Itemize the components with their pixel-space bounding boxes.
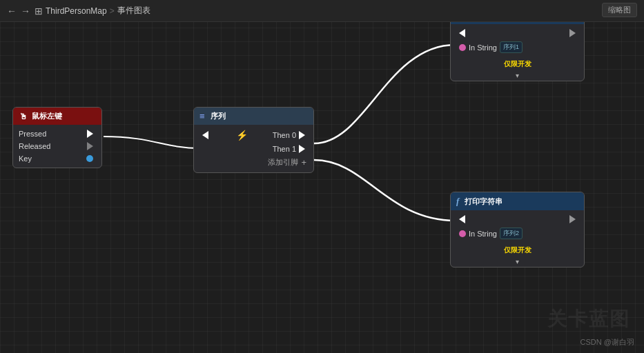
- print2-warning-bar: 仅限开发: [451, 244, 584, 256]
- print2-instring-pin[interactable]: [459, 230, 466, 237]
- print2-warning-text: 仅限开发: [504, 245, 531, 255]
- print1-instring-pin[interactable]: [459, 44, 466, 51]
- minimap-button[interactable]: 缩略图: [602, 3, 637, 17]
- node-print2-header: f 打印字符串: [451, 192, 584, 210]
- print1-warning-bar: 仅限开发: [451, 58, 584, 70]
- csdn-label: CSDN @谢白羽: [580, 337, 634, 347]
- node-seq-body: ⚡ Then 0 Then 1 添加引脚 +: [194, 125, 313, 172]
- grid-icon: ⊞: [35, 6, 43, 17]
- node-mouse-body: Pressed Released Key: [13, 125, 101, 168]
- function-icon-2: f: [456, 196, 459, 207]
- node-print2-title: 打印字符串: [465, 196, 502, 207]
- then1-pin[interactable]: [299, 145, 305, 153]
- add-pin-label: 添加引脚: [268, 157, 298, 168]
- watermark: 关卡蓝图: [547, 306, 630, 332]
- node-print2-body: In String 序列2: [451, 210, 584, 244]
- print1-exec-in[interactable]: [459, 29, 465, 37]
- node-seq-header: ≡ 序列: [194, 108, 313, 125]
- key-pin[interactable]: [86, 155, 93, 162]
- seq-exec-in-pin[interactable]: [202, 131, 208, 139]
- print1-warning-text: 仅限开发: [504, 59, 531, 69]
- sequence-icon: ≡: [199, 111, 205, 121]
- then1-label: Then 1: [273, 145, 296, 153]
- forward-arrow-icon[interactable]: →: [21, 6, 30, 17]
- map-name[interactable]: ThirdPersonMap: [46, 6, 107, 16]
- node-mouse-title: 鼠标左键: [32, 111, 62, 121]
- node-sequence[interactable]: ≡ 序列 ⚡ Then 0 Then 1 添加引脚 +: [193, 107, 314, 173]
- print1-exec-row: [451, 27, 584, 39]
- node-mouse-left-button[interactable]: 🖱 鼠标左键 Pressed Released Key: [12, 107, 102, 168]
- print2-instring-row: In String 序列2: [451, 225, 584, 241]
- print1-instring-row: In String 序列1: [451, 39, 584, 55]
- mouse-icon: 🖱: [19, 112, 28, 121]
- seq-then1-row: Then 1: [194, 143, 313, 155]
- node-mouse-header: 🖱 鼠标左键: [13, 108, 101, 125]
- print2-exec-row: [451, 213, 584, 225]
- print1-exec-out[interactable]: [569, 29, 576, 37]
- seq-then0-row: ⚡ Then 0: [194, 128, 313, 143]
- print1-instring-label: In String: [469, 43, 497, 52]
- event-graph-name[interactable]: 事件图表: [117, 5, 150, 17]
- breadcrumb-sep: >: [110, 6, 115, 16]
- print2-instring-label: In String: [469, 230, 497, 238]
- print2-badge: 序列2: [500, 228, 523, 239]
- then0-pin[interactable]: [299, 131, 305, 139]
- released-label: Released: [19, 142, 50, 150]
- then0-label: Then 0: [273, 131, 296, 139]
- topbar: ← → ⊞ ThirdPersonMap > 事件图表 缩略图: [0, 0, 644, 22]
- print2-exec-in[interactable]: [459, 215, 465, 223]
- add-pin-icon[interactable]: +: [301, 157, 306, 168]
- pressed-label: Pressed: [19, 130, 46, 138]
- print1-chevron[interactable]: ▾: [451, 70, 584, 81]
- add-pin-row[interactable]: 添加引脚 +: [194, 155, 313, 170]
- pressed-pin[interactable]: [87, 130, 93, 138]
- print2-chevron[interactable]: ▾: [451, 256, 584, 267]
- print1-badge: 序列1: [500, 41, 523, 53]
- key-label: Key: [19, 154, 32, 163]
- node-print1-body: In String 序列1: [451, 24, 584, 58]
- print2-exec-out[interactable]: [569, 215, 576, 223]
- back-arrow-icon[interactable]: ←: [7, 6, 17, 17]
- seq-center-icon: ⚡: [211, 130, 273, 141]
- node-seq-title: 序列: [211, 111, 226, 121]
- released-pin[interactable]: [87, 142, 93, 150]
- blueprint-canvas[interactable]: ← → ⊞ ThirdPersonMap > 事件图表 缩略图 🖱 鼠标左键 P…: [0, 0, 644, 353]
- mouse-released-row: Released: [13, 140, 101, 152]
- mouse-pressed-row: Pressed: [13, 128, 101, 140]
- breadcrumb: ⊞ ThirdPersonMap > 事件图表: [35, 5, 150, 17]
- node-print-string-2[interactable]: f 打印字符串 In String 序列2 仅限开发 ▾: [450, 192, 585, 268]
- mouse-key-row: Key: [13, 152, 101, 165]
